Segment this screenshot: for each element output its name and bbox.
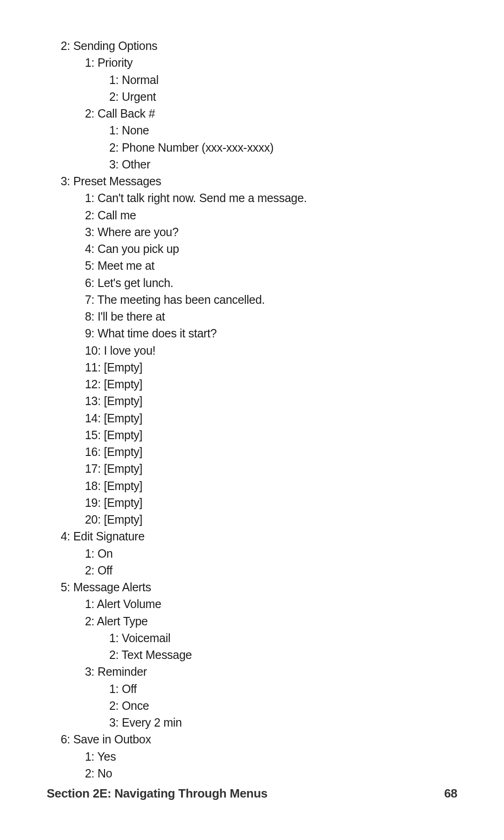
menu-item-signature-off: 2: Off	[85, 562, 457, 579]
preset-msg-2: 2: Call me	[85, 207, 457, 224]
menu-item-reminder-every2min: 3: Every 2 min	[109, 714, 457, 731]
preset-msg-6: 6: Let's get lunch.	[85, 274, 457, 291]
preset-msg-5: 5: Meet me at	[85, 257, 457, 274]
preset-msg-3: 3: Where are you?	[85, 224, 457, 240]
menu-item-alert-volume: 1: Alert Volume	[85, 595, 457, 612]
menu-outline: 2: Sending Options 1: Priority 1: Normal…	[0, 0, 504, 782]
menu-item-edit-signature: 4: Edit Signature	[61, 528, 457, 545]
menu-item-signature-on: 1: On	[85, 545, 457, 562]
menu-item-save-outbox-yes: 1: Yes	[85, 748, 457, 765]
page-number: 68	[444, 785, 457, 803]
preset-msg-10: 10: I love you!	[85, 342, 457, 359]
section-title: Section 2E: Navigating Through Menus	[47, 785, 267, 803]
menu-item-priority-urgent: 2: Urgent	[109, 88, 457, 105]
preset-msg-9: 9: What time does it start?	[85, 325, 457, 342]
menu-item-message-alerts: 5: Message Alerts	[61, 579, 457, 595]
preset-msg-1: 1: Can't talk right now. Send me a messa…	[85, 189, 457, 206]
menu-item-save-outbox: 6: Save in Outbox	[61, 731, 457, 748]
page-footer: Section 2E: Navigating Through Menus 68	[0, 785, 504, 803]
preset-msg-4: 4: Can you pick up	[85, 240, 457, 257]
menu-item-priority-normal: 1: Normal	[109, 71, 457, 88]
preset-msg-14: 14: [Empty]	[85, 410, 457, 427]
preset-msg-11: 11: [Empty]	[85, 359, 457, 376]
menu-item-save-outbox-no: 2: No	[85, 765, 457, 782]
menu-item-sending-options: 2: Sending Options	[61, 37, 457, 54]
preset-msg-19: 19: [Empty]	[85, 494, 457, 511]
menu-item-callback-other: 3: Other	[109, 156, 457, 173]
preset-msg-18: 18: [Empty]	[85, 477, 457, 494]
preset-msg-7: 7: The meeting has been cancelled.	[85, 291, 457, 308]
preset-msg-8: 8: I'll be there at	[85, 308, 457, 325]
menu-item-preset-messages: 3: Preset Messages	[61, 173, 457, 189]
menu-item-priority: 1: Priority	[85, 54, 457, 71]
preset-msg-15: 15: [Empty]	[85, 427, 457, 443]
menu-item-callback-number: 2: Call Back #	[85, 105, 457, 122]
preset-msg-12: 12: [Empty]	[85, 376, 457, 392]
menu-item-callback-phone: 2: Phone Number (xxx-xxx-xxxx)	[109, 139, 457, 156]
preset-msg-13: 13: [Empty]	[85, 392, 457, 409]
menu-item-alert-type-voicemail: 1: Voicemail	[109, 630, 457, 646]
menu-item-alert-type-text: 2: Text Message	[109, 646, 457, 663]
menu-item-reminder-off: 1: Off	[109, 680, 457, 697]
preset-msg-20: 20: [Empty]	[85, 511, 457, 528]
menu-item-reminder-once: 2: Once	[109, 697, 457, 714]
menu-item-callback-none: 1: None	[109, 122, 457, 139]
menu-item-reminder: 3: Reminder	[85, 663, 457, 680]
menu-item-alert-type: 2: Alert Type	[85, 613, 457, 630]
preset-msg-17: 17: [Empty]	[85, 460, 457, 477]
preset-msg-16: 16: [Empty]	[85, 443, 457, 460]
